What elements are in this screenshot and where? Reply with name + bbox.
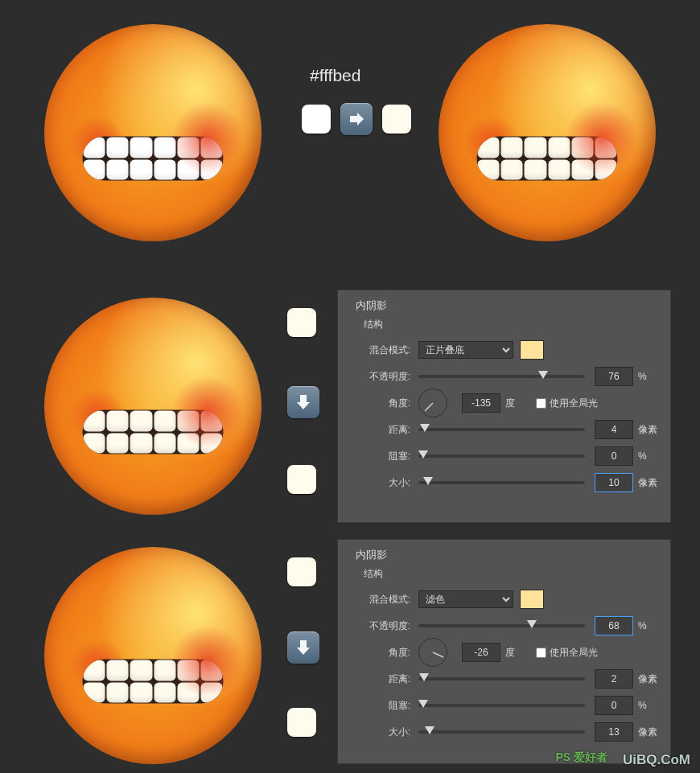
- blend-mode-label: 混合模式:: [356, 593, 410, 606]
- svg-marker-0: [350, 113, 364, 125]
- emoji-face-tinted: [439, 24, 656, 241]
- opacity-label: 不透明度:: [356, 370, 410, 384]
- angle-dial[interactable]: [418, 389, 447, 417]
- watermark-ps: PS 爱好者: [555, 750, 607, 765]
- size-value[interactable]: [595, 473, 633, 492]
- swatch-white: [302, 105, 331, 134]
- panel-subtitle: 结构: [364, 318, 661, 331]
- distance-slider[interactable]: [418, 428, 585, 431]
- size-label: 大小:: [356, 476, 410, 490]
- panel-title: 内阴影: [356, 548, 661, 562]
- use-global-light-checkbox[interactable]: [536, 398, 546, 409]
- distance-slider[interactable]: [418, 677, 585, 680]
- distance-label: 距离:: [356, 672, 410, 686]
- opacity-slider[interactable]: [418, 624, 585, 627]
- angle-unit: 度: [505, 646, 528, 660]
- swatch-cream: [287, 465, 316, 494]
- size-label: 大小:: [356, 726, 410, 739]
- swatch-cream: [287, 557, 316, 586]
- teeth: [83, 660, 224, 704]
- size-unit: 像素: [638, 476, 661, 490]
- size-value[interactable]: [595, 722, 633, 742]
- swatch-cream: [287, 308, 316, 337]
- teeth: [83, 137, 224, 181]
- spread-value[interactable]: [595, 696, 633, 715]
- angle-label: 角度:: [356, 646, 410, 660]
- angle-dial-icon: [419, 639, 447, 666]
- inner-shadow-panel-2: 内阴影 结构 混合模式: 滤色 不透明度: % 角度: 度 使用全局光 距离: …: [337, 539, 671, 764]
- size-slider[interactable]: [418, 730, 585, 734]
- blend-mode-label: 混合模式:: [356, 343, 410, 357]
- use-global-light-label: 使用全局光: [550, 397, 598, 410]
- use-global-light-label: 使用全局光: [550, 646, 598, 660]
- arrow-down-button[interactable]: [287, 631, 319, 664]
- shadow-color-chip[interactable]: [520, 340, 544, 360]
- spread-slider[interactable]: [418, 454, 585, 458]
- svg-marker-1: [297, 395, 310, 409]
- shadow-color-chip[interactable]: [520, 590, 544, 609]
- color-hex-label: #fffbed: [310, 66, 360, 85]
- spread-label: 阻塞:: [356, 450, 410, 463]
- opacity-unit: %: [638, 620, 661, 631]
- angle-label: 角度:: [356, 397, 410, 410]
- angle-unit: 度: [505, 397, 528, 410]
- angle-value[interactable]: [462, 393, 500, 413]
- teeth: [83, 410, 224, 454]
- distance-unit: 像素: [638, 672, 661, 686]
- svg-line-4: [433, 652, 443, 657]
- emoji-face-original: [44, 24, 261, 241]
- arrow-right-icon: [348, 110, 365, 128]
- angle-value[interactable]: [462, 643, 500, 662]
- teeth: [477, 137, 618, 181]
- svg-marker-2: [297, 640, 310, 655]
- opacity-unit: %: [638, 371, 661, 382]
- swatch-cream: [287, 708, 316, 737]
- opacity-value[interactable]: [595, 367, 633, 386]
- swatch-cream: [382, 105, 411, 134]
- angle-dial-icon: [419, 389, 447, 417]
- panel-title: 内阴影: [356, 298, 661, 313]
- opacity-label: 不透明度:: [356, 619, 410, 633]
- spread-label: 阻塞:: [356, 699, 410, 713]
- inner-shadow-panel-1: 内阴影 结构 混合模式: 正片叠底 不透明度: % 角度: 度 使用全局光 距离…: [337, 290, 671, 523]
- panel-subtitle: 结构: [364, 567, 661, 581]
- distance-value[interactable]: [595, 669, 633, 689]
- opacity-value[interactable]: [595, 616, 633, 635]
- distance-unit: 像素: [638, 423, 661, 437]
- angle-dial[interactable]: [418, 638, 447, 667]
- spread-slider[interactable]: [418, 704, 585, 707]
- emoji-face-step2: [44, 298, 261, 515]
- arrow-down-button[interactable]: [287, 386, 319, 418]
- arrow-down-icon: [294, 639, 312, 656]
- spread-unit: %: [638, 700, 661, 711]
- opacity-slider[interactable]: [418, 375, 585, 378]
- blend-mode-select[interactable]: 滤色: [418, 590, 513, 608]
- arrow-down-icon: [294, 393, 312, 411]
- watermark-site: UiBQ.CoM: [623, 752, 690, 768]
- spread-value[interactable]: [595, 446, 633, 466]
- svg-line-3: [425, 403, 433, 411]
- spread-unit: %: [638, 450, 661, 462]
- blend-mode-select[interactable]: 正片叠底: [418, 341, 513, 359]
- size-slider[interactable]: [418, 481, 585, 484]
- emoji-face-step3: [44, 547, 261, 764]
- arrow-right-button[interactable]: [340, 103, 373, 135]
- distance-value[interactable]: [595, 420, 633, 439]
- use-global-light-checkbox[interactable]: [536, 648, 546, 658]
- size-unit: 像素: [638, 726, 661, 739]
- distance-label: 距离:: [356, 423, 410, 437]
